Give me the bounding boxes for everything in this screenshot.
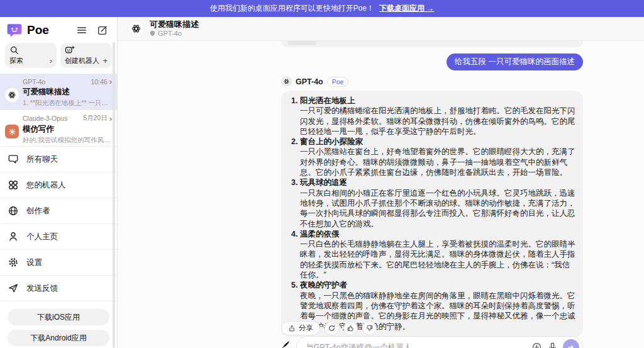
nav-label: 您的机器人 — [26, 180, 66, 191]
search-icon — [9, 45, 19, 55]
user-message-bubble: 给我五段 一只可爱猫咪的画面描述 — [447, 53, 583, 70]
download-desktop-app-link[interactable]: 下载桌面应用 → — [379, 3, 434, 14]
new-chat-icon[interactable] — [97, 25, 108, 36]
list-item: 温柔的依偎 一只白色的长毛猫静静地躺在主人腿上，享受着被抚摸的温柔时光。它的眼睛… — [300, 229, 575, 280]
message-scroll-area[interactable]: 给我五段 一只可爱猫咪的画面描述 GPT-4o Poe — [118, 41, 644, 348]
chat-preview: 1. **阳光洒在地板上** 一只可爱的橘... — [23, 99, 112, 108]
poe-logo-icon[interactable] — [6, 22, 23, 38]
creators-icon — [8, 205, 19, 216]
menu-icon[interactable] — [76, 25, 87, 36]
create-bot-icon — [65, 45, 75, 55]
item-title: 窗台上的小探险家 — [300, 137, 575, 147]
bot-message-header: GPT-4o Poe — [281, 76, 583, 87]
bot-message-bubble: 阳光洒在地板上 一只可爱的橘猫蜷缩在阳光洒满的地板上，舒服地打着盹。它的毛发在阳… — [281, 91, 583, 337]
sidebar-item-feedback[interactable]: 发送反馈 — [0, 276, 117, 301]
settings-gear-icon — [8, 257, 19, 268]
sidebar-item-creators[interactable]: 创作者 — [0, 198, 117, 223]
sidebar-quick-cards: 探索 › 创建机器人 + — [0, 41, 117, 74]
main-chat-area: 可爱猫咪描述 GPT-4o 给我五段 一只可爱猫咪的画面描述 — [118, 17, 644, 348]
item-title: 阳光洒在地板上 — [300, 96, 575, 106]
nav-label: 发送反馈 — [26, 283, 58, 294]
desktop-app-banner: 使用我们新的桌面应用程序可以更快地打开Poe！ 下载桌面应用 → — [0, 0, 644, 17]
sidebar-item-profile[interactable]: 个人主页 — [0, 224, 117, 249]
shield-icon — [150, 30, 155, 36]
openai-avatar — [128, 20, 145, 37]
chat-title: 可爱猫咪描述 — [23, 87, 112, 98]
chat-preview: 好的,我尝试模拟您的写作风格,创作一... — [23, 136, 112, 145]
nav-label: 个人主页 — [26, 232, 58, 242]
poe-badge: Poe — [327, 77, 349, 87]
thumbs-up-button[interactable] — [343, 321, 358, 335]
chat-bot-name: GPT-4o — [23, 78, 45, 86]
share-label: 分享 — [299, 323, 313, 333]
download-android-button[interactable]: 下载Android应用 — [8, 330, 109, 346]
microphone-icon[interactable] — [547, 342, 558, 348]
chat-bot-subtitle: GPT-4o — [158, 30, 182, 37]
item-body: 一只可爱的橘猫蜷缩在阳光洒满的地板上，舒服地打着盹。它的毛发在阳光下闪闪发光，显… — [300, 106, 575, 137]
previous-message-partial — [281, 41, 583, 47]
chat-item-gpt4o[interactable]: GPT-4o 10:46 › 可爱猫咪描述 1. **阳光洒在地板上** 一只可… — [0, 74, 117, 109]
send-arrow-icon — [567, 343, 575, 348]
chat-title: 模仿写作 — [23, 124, 112, 135]
item-title: 夜晚的守护者 — [300, 280, 575, 290]
nav-label: 设置 — [26, 257, 42, 268]
item-body: 一只灰白相间的小猫正在客厅里追逐一个红色的小玩具球。它灵巧地跳跃，迅速地转身，试… — [300, 188, 575, 229]
previous-message-chip — [287, 41, 316, 45]
banner-text: 使用我们新的桌面应用程序可以更快地打开Poe！ — [210, 3, 374, 14]
cat-descriptions-list: 阳光洒在地板上 一只可爱的橘猫蜷缩在阳光洒满的地板上，舒服地打着盹。它的毛发在阳… — [285, 96, 575, 332]
claude-avatar — [5, 125, 19, 138]
download-buttons: 下载iOS应用 下载Android应用 — [0, 301, 117, 348]
list-item: 阳光洒在地板上 一只可爱的橘猫蜷缩在阳光洒满的地板上，舒服地打着盹。它的毛发在阳… — [300, 96, 575, 137]
message-input-bar — [281, 336, 583, 348]
send-feedback-icon — [8, 283, 19, 294]
share-icon — [288, 325, 296, 332]
sidebar-item-settings[interactable]: 设置 — [0, 250, 117, 275]
chat-time: 5月20日 — [83, 114, 108, 123]
list-item: 窗台上的小探险家 一只小黑猫站在窗台上，好奇地望着窗外的世界。它的眼睛瞪得大大的… — [300, 137, 575, 177]
quill-pen-icon[interactable] — [281, 339, 291, 348]
chevron-right-icon: › — [50, 57, 52, 65]
profile-icon — [8, 231, 19, 242]
openai-avatar — [5, 88, 19, 102]
item-body: 一只小黑猫站在窗台上，好奇地望着窗外的世界。它的眼睛瞪得大大的，充满了对外界的好… — [300, 147, 575, 177]
attach-plus-icon[interactable] — [531, 342, 542, 348]
app-title: Poe — [27, 23, 49, 37]
bot-name[interactable]: GPT-4o — [296, 77, 323, 86]
explore-label: 探索 — [9, 56, 23, 65]
regenerate-icon — [328, 324, 336, 332]
chevron-right-icon: › — [109, 77, 112, 86]
explore-card[interactable]: 探索 › — [5, 43, 57, 68]
share-button[interactable]: 分享 — [281, 321, 320, 335]
create-bot-card[interactable]: 创建机器人 + — [60, 43, 112, 68]
item-title: 玩具球的追逐 — [300, 177, 575, 188]
openai-avatar — [281, 76, 292, 87]
download-ios-button[interactable]: 下载iOS应用 — [8, 309, 109, 325]
sidebar-header: Poe — [0, 17, 117, 41]
item-title: 温柔的依偎 — [300, 229, 575, 239]
thumbs-up-icon — [347, 324, 355, 332]
chat-item-claude[interactable]: Claude-3-Opus 5月20日 › 模仿写作 好的,我尝试模拟您的写作风… — [0, 110, 117, 146]
sidebar-scrollbar[interactable] — [113, 42, 115, 348]
bots-icon — [8, 179, 19, 191]
thumbs-down-button[interactable] — [362, 321, 377, 335]
chat-header: 可爱猫咪描述 GPT-4o — [118, 17, 644, 41]
sidebar-item-your-bots[interactable]: 您的机器人 — [0, 172, 117, 198]
item-body: 一只白色的长毛猫静静地躺在主人腿上，享受着被抚摸的温柔时光。它的眼睛半眯着，发出… — [300, 239, 575, 280]
message-actions: 分享 — [281, 321, 377, 335]
chat-bot-name: Claude-3-Opus — [23, 115, 67, 122]
sidebar-item-all-chats[interactable]: 所有聊天 — [0, 147, 117, 172]
message-input-pill — [296, 336, 583, 348]
message-input[interactable] — [306, 343, 526, 348]
create-bot-label: 创建机器人 — [65, 56, 99, 65]
chats-icon — [8, 154, 19, 165]
send-button[interactable] — [563, 339, 579, 348]
list-item: 玩具球的追逐 一只灰白相间的小猫正在客厅里追逐一个红色的小玩具球。它灵巧地跳跃，… — [300, 177, 575, 228]
app-window: Poe 探索 — [0, 17, 644, 348]
chevron-right-icon: › — [109, 115, 112, 123]
chat-time: 10:46 — [91, 78, 107, 86]
plus-icon: + — [103, 57, 108, 65]
page-title: 可爱猫咪描述 — [150, 20, 199, 29]
nav-label: 创作者 — [26, 206, 50, 216]
thumbs-down-icon — [365, 324, 374, 332]
regenerate-button[interactable] — [325, 321, 339, 335]
